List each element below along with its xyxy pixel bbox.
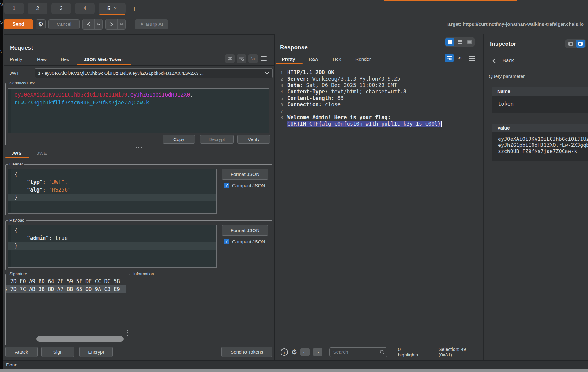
verify-button[interactable]: Verify: [237, 135, 270, 144]
param-value-box[interactable]: eyJ0eXAiOiJKV1QiLCJhbGciOiJIUzeyJhZG1pbi…: [492, 132, 588, 161]
header-compact-json-checkbox[interactable]: ✓: [224, 183, 229, 188]
request-tab-json-web-token[interactable]: JSON Web Token: [84, 57, 123, 62]
request-tab-raw[interactable]: Raw: [37, 57, 47, 62]
vertical-splitter-handle[interactable]: [127, 329, 128, 337]
jwt-line-2: rLw-2X3gqb1kfllf3szcW0UB_FZ9fKs7jae7ZQCa…: [14, 100, 149, 106]
inspector-divider[interactable]: [483, 34, 484, 360]
request-tab-pretty[interactable]: Pretty: [10, 57, 22, 62]
payload-format-json-button[interactable]: Format JSON: [222, 225, 268, 236]
attack-button[interactable]: Attack: [5, 347, 38, 357]
layout-toggle-group: [445, 37, 475, 47]
request-tab-hex[interactable]: Hex: [61, 57, 69, 62]
jwt-header-group: Header { "typ": "JWT", "alg": "HS256" } …: [5, 164, 272, 215]
response-flag-line: CURTIN_CTF{alg_c0nfus10n_w1th_publ1c_k3y…: [275, 121, 442, 127]
horizontal-scrollbar[interactable]: [36, 336, 124, 342]
history-back-icon[interactable]: [83, 19, 95, 29]
history-forward-split-button[interactable]: [105, 19, 126, 30]
repeater-toolbar: Send ⚙ Cancel ✦ Burp AI Target: https://…: [4, 19, 588, 30]
payload-json-line-current: }: [8, 242, 216, 250]
response-tab-pretty[interactable]: Pretty: [282, 56, 295, 62]
param-name-header: Name: [492, 87, 588, 96]
selection-info: Selection: 49 (0x31): [439, 347, 480, 358]
active-tab-underline: [99, 14, 125, 15]
response-menu-icon[interactable]: [469, 55, 475, 62]
search-settings-gear-icon[interactable]: ⚙: [291, 348, 297, 356]
send-settings-gear-icon[interactable]: ⚙: [36, 19, 46, 29]
response-tab-hex[interactable]: Hex: [333, 56, 341, 62]
highlights-count: 0 highlights: [398, 347, 422, 358]
inspector-back-row[interactable]: Back: [492, 58, 514, 63]
jwt-selector-label: JWT: [9, 70, 19, 76]
response-word-wrap-icon-active[interactable]: [445, 54, 454, 62]
cancel-button[interactable]: Cancel: [48, 19, 80, 29]
previous-match-button[interactable]: ←: [300, 348, 310, 356]
word-wrap-icon[interactable]: [237, 54, 246, 63]
response-show-newlines-icon[interactable]: \n: [458, 55, 462, 60]
back-chevron-icon: [492, 58, 496, 63]
response-panel: Response Pretty Raw Hex Render \n 1HTTP/…: [274, 34, 480, 360]
layout-rows-button[interactable]: [455, 38, 464, 46]
inspector-panel: Inspector Back Query parameter Name toke…: [484, 34, 588, 360]
sign-button[interactable]: Sign: [41, 347, 74, 357]
request-panel: Request Pretty Raw Hex JSON Web Token \n…: [4, 34, 275, 361]
add-tab-button[interactable]: +: [132, 4, 137, 13]
history-back-dropdown-icon[interactable]: [95, 19, 102, 29]
burp-ai-button[interactable]: ✦ Burp AI: [135, 19, 168, 29]
repeater-tab-3[interactable]: 3: [51, 3, 71, 14]
request-menu-icon[interactable]: [261, 55, 267, 63]
next-match-button[interactable]: →: [313, 348, 322, 356]
repeater-tab-4[interactable]: 4: [75, 3, 95, 14]
splitter-handle[interactable]: [136, 147, 142, 148]
close-tab-icon[interactable]: ×: [114, 6, 117, 11]
show-newlines-icon[interactable]: \n: [248, 54, 258, 63]
divider: [275, 65, 480, 65]
response-bottom-bar: ? ⚙ ← → 0 highlights Selection: 49 (0x31…: [275, 344, 480, 360]
chevron-down-icon: [265, 72, 269, 74]
jwe-tab[interactable]: JWE: [37, 150, 47, 156]
serialized-jwt-editor[interactable]: eyJ0eXAiOiJKV1QiLCJhbGciOiJIUzI1NiJ9.eyJ…: [8, 88, 270, 133]
payload-json-editor[interactable]: { "admin": true }: [8, 225, 217, 268]
jwt-select-dropdown[interactable]: 1 - eyJ0eXAiOiJKV1QiLCJhbGciOiJIUzI1NiJ9…: [35, 68, 273, 78]
information-group: Information: [129, 274, 272, 345]
decrypt-button[interactable]: Decrypt: [200, 135, 234, 144]
repeater-tab-5-active[interactable]: 5 ×: [99, 3, 126, 14]
layout-single-button[interactable]: [465, 38, 474, 46]
header-format-json-button[interactable]: Format JSON: [222, 169, 268, 180]
repeater-tab-2[interactable]: 2: [28, 3, 47, 14]
divider: [4, 65, 275, 66]
bottom-bar-separator: [430, 347, 430, 357]
jws-tab[interactable]: JWS: [11, 150, 22, 156]
send-button[interactable]: Send: [4, 19, 33, 29]
send-to-tokens-button[interactable]: Send to Tokens: [221, 347, 272, 357]
serialized-jwt-legend: Serialized JWT: [8, 81, 39, 85]
param-name-box[interactable]: token: [492, 96, 588, 113]
response-line: 6Connection: close: [275, 101, 341, 108]
request-active-tab-underline: [77, 64, 131, 65]
layout-columns-button[interactable]: [445, 38, 454, 46]
help-icon[interactable]: ?: [281, 348, 288, 356]
search-box[interactable]: [329, 347, 387, 357]
history-forward-dropdown-icon[interactable]: [118, 19, 125, 29]
jwt-payload-group: Payload { "admin": true } Format JSON ✓ …: [5, 220, 272, 270]
target-url-label: Target: https://curtinctfmy-jonathan-wal…: [446, 21, 588, 27]
jws-active-underline: [5, 157, 29, 158]
history-back-split-button[interactable]: [82, 19, 103, 30]
syntax-highlight-off-icon[interactable]: [225, 54, 235, 63]
inspector-dock-left-button[interactable]: [566, 40, 575, 48]
bottom-window-strip: [0, 369, 588, 372]
repeater-tab-1[interactable]: 1: [4, 3, 24, 14]
header-json-editor[interactable]: { "typ": "JWT", "alg": "HS256" }: [8, 169, 217, 214]
editor-gutter: [8, 89, 11, 133]
sparkles-icon: ✦: [140, 21, 144, 27]
response-tab-render[interactable]: Render: [355, 56, 371, 62]
search-input[interactable]: [333, 349, 380, 355]
history-forward-icon[interactable]: [106, 19, 118, 29]
payload-compact-json-checkbox[interactable]: ✓: [224, 239, 229, 244]
encrypt-button[interactable]: Encrypt: [79, 347, 113, 357]
copy-button[interactable]: Copy: [163, 135, 195, 144]
response-tab-raw[interactable]: Raw: [309, 56, 318, 62]
response-body[interactable]: 1HTTP/1.1 200 OK 2Server: Werkzeug/3.1.3…: [275, 66, 480, 341]
inspector-dock-right-button[interactable]: [576, 40, 585, 48]
header-json-line: "typ": "JWT",: [8, 178, 216, 186]
divider: [4, 159, 275, 159]
